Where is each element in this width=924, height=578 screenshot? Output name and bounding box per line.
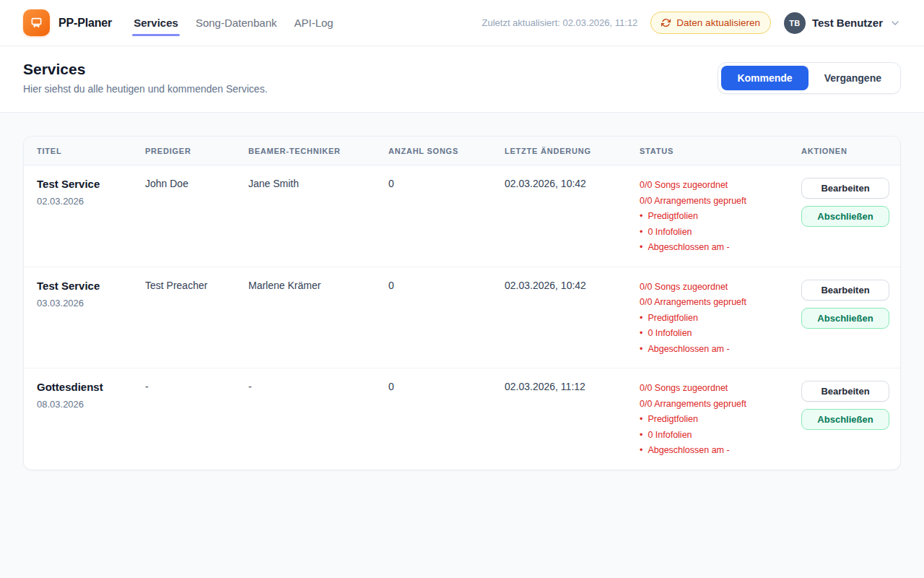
- header-left: PP-Planer Services Song-Datenbank API-Lo…: [23, 9, 334, 36]
- table-row: Gottesdienst 08.03.2026 - - 0 02.03.2026…: [24, 368, 900, 470]
- nav-item-api-log[interactable]: API-Log: [294, 17, 333, 29]
- status-block: 0/0 Songs zugeordnet 0/0 Arrangements ge…: [640, 381, 783, 459]
- bullet-dot: •: [640, 443, 642, 459]
- cell-aktionen: Bearbeiten Abschließen: [788, 368, 900, 470]
- col-header-letzte-aenderung: LETZTE ÄNDERUNG: [492, 137, 627, 165]
- bullet-dot: •: [640, 240, 642, 256]
- status-songs: 0/0 Songs zugeordnet: [640, 178, 783, 194]
- status-block: 0/0 Songs zugeordnet 0/0 Arrangements ge…: [640, 280, 783, 358]
- nav-item-song-datenbank[interactable]: Song-Datenbank: [196, 17, 277, 29]
- service-title: Test Service: [37, 280, 126, 292]
- bullet-dot: •: [640, 412, 642, 428]
- brand-title: PP-Planer: [58, 17, 112, 30]
- refresh-button-label: Daten aktualisieren: [676, 17, 760, 28]
- refresh-icon: [661, 18, 671, 27]
- bullet-dot: •: [640, 311, 642, 327]
- cell-letzte-aenderung: 02.03.2026, 10:42: [492, 165, 627, 267]
- services-table-card: TITEL PREDIGER BEAMER-TECHNIKER ANZAHL S…: [23, 136, 901, 470]
- status-bullet-item: • Abgeschlossen am -: [640, 342, 783, 358]
- complete-button[interactable]: Abschließen: [801, 206, 889, 227]
- status-bullet-text: Abgeschlossen am -: [648, 443, 729, 459]
- table-body: Test Service 02.03.2026 John Doe Jane Sm…: [24, 165, 900, 470]
- cell-status: 0/0 Songs zugeordnet 0/0 Arrangements ge…: [627, 267, 788, 368]
- tab-kommende[interactable]: Kommende: [721, 66, 808, 90]
- user-menu[interactable]: TB Test Benutzer: [784, 12, 901, 34]
- table-row: Test Service 02.03.2026 John Doe Jane Sm…: [24, 165, 900, 267]
- col-header-prediger: PREDIGER: [132, 137, 235, 165]
- bullet-dot: •: [640, 428, 642, 444]
- app-logo: [23, 9, 50, 36]
- cell-aktionen: Bearbeiten Abschließen: [788, 267, 900, 368]
- cell-titel: Test Service 03.03.2026: [24, 267, 132, 368]
- cell-letzte-aenderung: 02.03.2026, 11:12: [492, 368, 627, 470]
- cell-anzahl-songs: 0: [375, 267, 492, 368]
- services-table: TITEL PREDIGER BEAMER-TECHNIKER ANZAHL S…: [24, 137, 900, 470]
- status-bullet-text: Abgeschlossen am -: [648, 240, 729, 256]
- status-arrangements: 0/0 Arrangements geprueft: [640, 194, 783, 210]
- table-row: Test Service 03.03.2026 Test Preacher Ma…: [24, 267, 900, 368]
- cell-prediger: John Doe: [132, 165, 235, 267]
- status-bullet-item: • Predigtfolien: [640, 209, 783, 225]
- nav-item-services[interactable]: Services: [134, 17, 178, 29]
- edit-button[interactable]: Bearbeiten: [801, 178, 889, 199]
- status-arrangements: 0/0 Arrangements geprueft: [640, 295, 783, 311]
- status-songs: 0/0 Songs zugeordnet: [640, 381, 783, 397]
- status-bullet-text: Abgeschlossen am -: [648, 342, 729, 358]
- page-head: Services Hier siehst du alle heutigen un…: [0, 46, 924, 113]
- service-title: Gottesdienst: [37, 381, 126, 393]
- edit-button[interactable]: Bearbeiten: [801, 381, 889, 402]
- tab-vergangene[interactable]: Vergangene: [808, 66, 897, 90]
- status-bullet-item: • 0 Infofolien: [640, 225, 783, 241]
- service-title: Test Service: [37, 178, 126, 190]
- service-date: 03.03.2026: [37, 298, 126, 309]
- cell-aktionen: Bearbeiten Abschließen: [788, 165, 900, 267]
- status-bullet-text: Predigtfolien: [648, 209, 698, 225]
- status-bullet-item: • Abgeschlossen am -: [640, 240, 783, 256]
- complete-button[interactable]: Abschließen: [801, 308, 889, 329]
- status-bullet-text: Predigtfolien: [648, 412, 698, 428]
- col-header-titel: TITEL: [24, 137, 132, 165]
- status-bullet-text: 0 Infofolien: [648, 428, 692, 444]
- last-updated-text: Zuletzt aktualisiert: 02.03.2026, 11:12: [482, 17, 638, 28]
- page-head-text: Services Hier siehst du alle heutigen un…: [23, 61, 268, 95]
- main-content: TITEL PREDIGER BEAMER-TECHNIKER ANZAHL S…: [0, 113, 924, 493]
- cell-titel: Test Service 02.03.2026: [24, 165, 132, 267]
- status-bullet-item: • Predigtfolien: [640, 311, 783, 327]
- cell-status: 0/0 Songs zugeordnet 0/0 Arrangements ge…: [627, 368, 788, 470]
- service-date: 08.03.2026: [37, 399, 126, 410]
- bullet-dot: •: [640, 342, 642, 358]
- cell-status: 0/0 Songs zugeordnet 0/0 Arrangements ge…: [627, 165, 788, 267]
- cell-titel: Gottesdienst 08.03.2026: [24, 368, 132, 470]
- status-bullet-text: 0 Infofolien: [648, 326, 692, 342]
- cell-anzahl-songs: 0: [375, 368, 492, 470]
- filter-segmented-control: Kommende Vergangene: [718, 62, 901, 94]
- bullet-dot: •: [640, 225, 642, 241]
- page-subtitle: Hier siehst du alle heutigen und kommend…: [23, 83, 268, 95]
- user-name: Test Benutzer: [812, 17, 883, 29]
- complete-button[interactable]: Abschließen: [801, 409, 889, 430]
- refresh-data-button[interactable]: Daten aktualisieren: [650, 12, 771, 34]
- status-block: 0/0 Songs zugeordnet 0/0 Arrangements ge…: [640, 178, 783, 256]
- status-bullet-item: • 0 Infofolien: [640, 326, 783, 342]
- main-nav: Services Song-Datenbank API-Log: [134, 17, 334, 29]
- status-arrangements: 0/0 Arrangements geprueft: [640, 397, 783, 413]
- edit-button[interactable]: Bearbeiten: [801, 280, 889, 301]
- status-bullet-item: • Predigtfolien: [640, 412, 783, 428]
- status-bullet-item: • Abgeschlossen am -: [640, 443, 783, 459]
- col-header-anzahl-songs: ANZAHL SONGS: [375, 137, 492, 165]
- page-title: Services: [23, 61, 268, 78]
- col-header-beamer-techniker: BEAMER-TECHNIKER: [235, 137, 375, 165]
- status-bullet-text: 0 Infofolien: [648, 225, 692, 241]
- status-songs: 0/0 Songs zugeordnet: [640, 280, 783, 296]
- table-head: TITEL PREDIGER BEAMER-TECHNIKER ANZAHL S…: [24, 137, 900, 165]
- cell-beamer-techniker: Marlene Krämer: [235, 267, 375, 368]
- service-date: 02.03.2026: [37, 196, 126, 207]
- app-header: PP-Planer Services Song-Datenbank API-Lo…: [0, 0, 924, 46]
- cell-prediger: Test Preacher: [132, 267, 235, 368]
- chevron-down-icon: [889, 17, 901, 29]
- cell-prediger: -: [132, 368, 235, 470]
- cell-anzahl-songs: 0: [375, 165, 492, 267]
- cell-beamer-techniker: Jane Smith: [235, 165, 375, 267]
- status-bullet-item: • 0 Infofolien: [640, 428, 783, 444]
- presentation-screen-icon: [29, 15, 44, 30]
